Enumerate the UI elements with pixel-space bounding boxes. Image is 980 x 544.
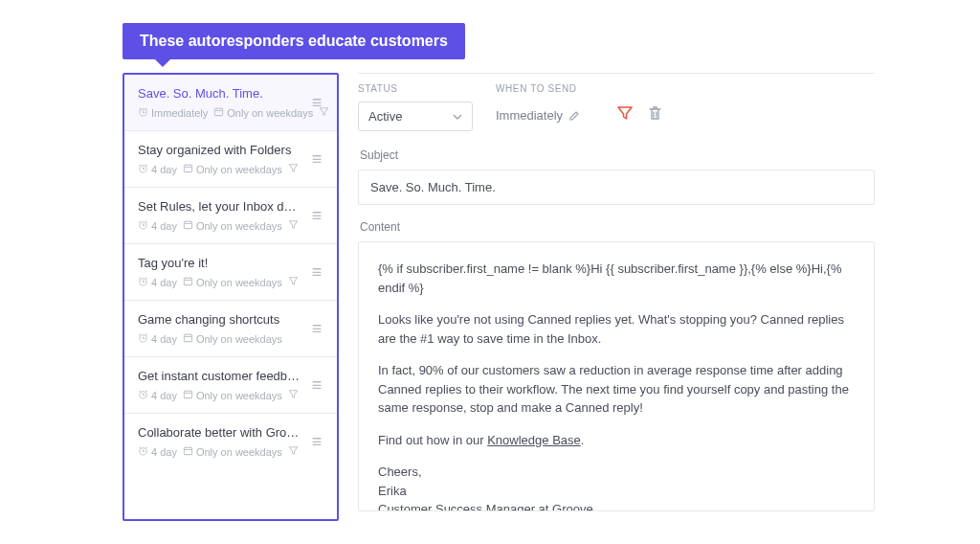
filter-indicator	[288, 163, 299, 175]
calendar-icon	[183, 276, 193, 288]
detail-header-row: STATUS Active WHEN TO SEND Immediately	[358, 83, 875, 131]
delete-button[interactable]	[647, 104, 663, 125]
svg-rect-11	[184, 391, 191, 397]
clock-icon	[138, 332, 148, 345]
clock-icon	[138, 276, 148, 288]
funnel-icon	[288, 276, 299, 288]
autoresponder-title: Save. So. Much. Time.	[138, 86, 301, 101]
autoresponder-title: Set Rules, let your Inbox do th…	[138, 199, 301, 214]
autoresponder-item[interactable]: Save. So. Much. Time.ImmediatelyOnly on …	[124, 75, 337, 131]
calendar-icon	[183, 219, 193, 232]
autoresponder-title: Get instant customer feedbac…	[138, 369, 301, 383]
content-paragraph: Find out how in our Knowledge Base.	[378, 431, 855, 450]
drag-handle[interactable]: ≡	[308, 378, 325, 392]
content-greeting: {% if subscriber.first_name != blank %}H…	[378, 260, 855, 297]
autoresponder-list: Save. So. Much. Time.ImmediatelyOnly on …	[122, 73, 339, 521]
knowledge-base-link[interactable]: Knowledge Base	[487, 433, 581, 447]
schedule-meta: Only on weekdays	[183, 163, 282, 175]
autoresponder-meta: 4 dayOnly on weekdays	[138, 389, 301, 401]
subject-label: Subject	[360, 148, 875, 162]
when-value: Immediately	[496, 108, 563, 123]
filter-indicator	[288, 445, 299, 458]
delay-meta: 4 day	[138, 445, 177, 458]
autoresponder-meta: 4 dayOnly on weekdays	[138, 445, 301, 458]
svg-rect-13	[184, 447, 191, 454]
autoresponder-meta: 4 dayOnly on weekdays	[138, 332, 301, 345]
schedule-meta: Only on weekdays	[183, 445, 282, 458]
calendar-icon	[183, 332, 193, 345]
status-field: STATUS Active	[358, 83, 473, 131]
pencil-edit-icon	[568, 110, 580, 122]
delay-meta: 4 day	[138, 332, 177, 345]
schedule-meta: Only on weekdays	[183, 389, 282, 401]
svg-rect-3	[184, 165, 191, 171]
autoresponder-item[interactable]: Stay organized with Folders4 dayOnly on …	[124, 131, 337, 188]
status-label: STATUS	[358, 83, 473, 94]
drag-handle[interactable]: ≡	[308, 265, 325, 279]
svg-rect-9	[184, 334, 191, 341]
drag-handle[interactable]: ≡	[308, 152, 325, 166]
autoresponder-item[interactable]: Get instant customer feedbac…4 dayOnly o…	[124, 357, 337, 414]
delay-meta: 4 day	[138, 389, 177, 401]
autoresponder-item[interactable]: Set Rules, let your Inbox do th…4 dayOnl…	[124, 188, 337, 244]
callout-banner: These autoresponders educate customers	[122, 23, 465, 59]
delay-meta: 4 day	[138, 219, 177, 232]
trash-icon	[647, 104, 663, 122]
svg-rect-7	[184, 278, 191, 284]
schedule-meta: Only on weekdays	[183, 276, 282, 288]
when-label: WHEN TO SEND	[496, 83, 580, 94]
subject-input[interactable]: Save. So. Much. Time.	[358, 170, 875, 205]
content-editor[interactable]: {% if subscriber.first_name != blank %}H…	[358, 241, 875, 511]
calendar-icon	[183, 389, 193, 401]
autoresponder-meta: ImmediatelyOnly on weekdays	[138, 106, 301, 119]
clock-icon	[138, 106, 148, 119]
drag-handle[interactable]: ≡	[308, 209, 325, 222]
autoresponder-item[interactable]: Tag you're it!4 dayOnly on weekdays≡	[124, 244, 337, 301]
content-paragraph: Looks like you're not using Canned repli…	[378, 310, 855, 348]
autoresponder-meta: 4 dayOnly on weekdays	[138, 163, 301, 175]
funnel-icon	[288, 219, 299, 232]
detail-panel: STATUS Active WHEN TO SEND Immediately	[358, 73, 875, 521]
autoresponder-meta: 4 dayOnly on weekdays	[138, 276, 301, 288]
funnel-icon	[288, 163, 299, 175]
status-value: Active	[368, 109, 402, 124]
clock-icon	[138, 389, 148, 401]
funnel-icon	[288, 445, 299, 458]
filter-indicator	[288, 276, 299, 288]
filter-indicator	[288, 219, 299, 232]
when-field: WHEN TO SEND Immediately	[496, 83, 580, 123]
chevron-down-icon	[453, 112, 462, 122]
funnel-icon	[616, 104, 634, 122]
drag-handle[interactable]: ≡	[308, 435, 325, 448]
autoresponder-meta: 4 dayOnly on weekdays	[138, 219, 301, 232]
clock-icon	[138, 445, 148, 458]
delay-meta: 4 day	[138, 276, 177, 288]
workspace: Save. So. Much. Time.ImmediatelyOnly on …	[122, 73, 875, 521]
funnel-icon	[288, 389, 299, 401]
when-to-send-button[interactable]: Immediately	[496, 102, 580, 123]
drag-handle[interactable]: ≡	[308, 322, 325, 335]
filter-indicator	[288, 389, 299, 401]
detail-actions	[616, 83, 663, 125]
autoresponder-title: Tag you're it!	[138, 256, 301, 270]
autoresponder-title: Game changing shortcuts	[138, 312, 301, 327]
svg-rect-1	[215, 108, 223, 115]
schedule-meta: Only on weekdays	[213, 106, 313, 119]
schedule-meta: Only on weekdays	[183, 219, 282, 232]
autoresponder-item[interactable]: Collaborate better with Groups4 dayOnly …	[124, 414, 337, 469]
content-label: Content	[360, 220, 875, 234]
autoresponder-item[interactable]: Game changing shortcuts4 dayOnly on week…	[124, 301, 337, 357]
autoresponder-title: Stay organized with Folders	[138, 143, 301, 157]
drag-handle[interactable]: ≡	[308, 96, 325, 109]
delay-meta: 4 day	[138, 163, 177, 175]
calendar-icon	[183, 163, 193, 175]
calendar-icon	[213, 106, 224, 119]
status-select[interactable]: Active	[358, 102, 473, 131]
clock-icon	[138, 219, 148, 232]
svg-rect-5	[184, 221, 191, 228]
clock-icon	[138, 163, 148, 175]
content-signature: Cheers, Erika Customer Success Manager a…	[378, 463, 855, 511]
schedule-meta: Only on weekdays	[183, 332, 282, 345]
filter-button[interactable]	[616, 104, 634, 125]
content-paragraph: In fact, 90% of our customers saw a redu…	[378, 361, 855, 418]
